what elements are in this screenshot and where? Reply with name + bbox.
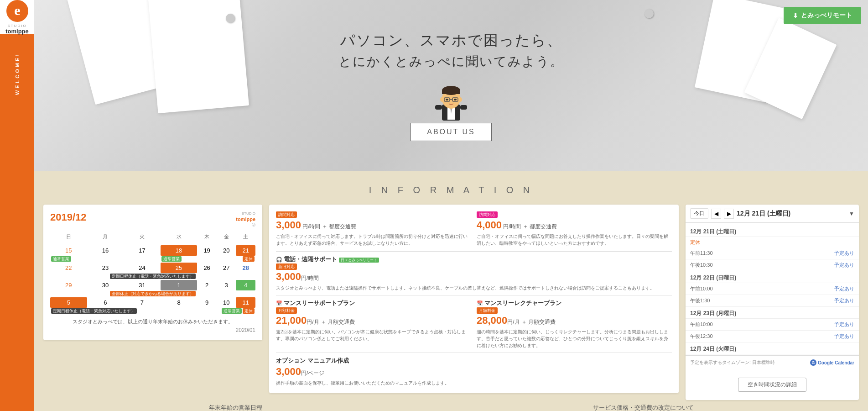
gcal-event-row: 午後10:30 予定あり [686,259,859,271]
unit-item5: 円/月 ＋ 月額交通費 [507,319,556,325]
gcal-event-name[interactable]: 予定あり [834,285,854,292]
gcal-header: 今日 ◀ ▶ 12月 21日 (土曜日) ▼ [686,205,859,223]
price-item4: 21,000 [276,315,307,326]
badge-item5: 月額料金 [477,307,498,314]
hero-line-2: とにかくとみっぺに聞いてみよう。 [338,53,564,70]
service-item-2: 訪問対応 4,000 円/時間 ＋ 都度交通費 ご自宅・オフィスに伺って幅広な問… [477,211,672,247]
gcal-event-row: 午後12:30 予定あり [686,331,859,342]
gcal-event-time: 午後1:30 [690,297,710,304]
gcal-event-row: 午前10:00 予定あり [686,319,859,331]
calendar-grid: 日 月 火 水 木 金 土 [50,232,255,315]
unit-item6: 円/ページ [301,370,324,376]
calendar-note: スタジオとみっぺでは、以上の通り年末年始のお休みをいただきます。 [50,318,255,325]
gcal-date-label: 12月 21日 (土曜日) [737,210,846,218]
gcal-event-row: 午前10:00 予定あり [686,283,859,295]
about-us-button[interactable]: ABOUT US [411,123,492,141]
remote-button[interactable]: ⬇ とみっぺリモート [784,7,861,24]
label-teiki: 定休 [243,256,255,262]
badge-item1: 訪問対応 [276,211,297,218]
gcal-event-name[interactable]: 予定あり [834,321,854,328]
remote-button-label: とみっぺリモート [801,11,852,20]
cal-cell-31: 31 [124,280,161,290]
calendar-logo: STUDIO tomippe ⓪ [236,211,255,227]
gcal-event-name[interactable]: 予定あり [834,250,854,257]
avatar-area: ABOUT US [411,79,492,141]
remote-badge-3: 日々とみっぺリモート [339,258,379,263]
service-caption: サービス価格・交通費の改定について [593,404,694,411]
gcal-next-button[interactable]: ▶ [724,209,734,219]
cal-cell-29: 29 [50,280,87,290]
cal-cell-25: 25 [161,263,198,273]
divider-2 [276,295,672,295]
cal-cell-26: 26 [197,263,217,273]
hero-text: パソコン、スマホで困ったら、 とにかくとみっぺに聞いてみよう。 [338,31,564,70]
cal-cell-19: 19 [197,245,217,256]
divider-1 [276,251,672,252]
unit-item2: 円/時間 ＋ 都度交通費 [503,223,557,230]
service-item-6: オプション マニュアル作成 3,000円/ページ 操作手順の書面を保存し、後輩用… [276,357,672,386]
svg-text:e: e [14,3,20,18]
cal-cell-2: 2 [197,280,217,290]
gcal-event-time: 午前11:30 [690,250,713,257]
cal-cell-21: 21 [236,245,255,256]
cal-header-sat: 土 [236,232,255,242]
gcal-event-name[interactable]: 予定あり [834,297,854,304]
cal-header-fri: 金 [217,232,236,242]
cal-cell-11: 11 [236,297,255,308]
cal-cell-27: 27 [217,263,236,273]
service-label-4: マンスリーサポートプラン [284,300,355,306]
calendar-year-month: 2019/12 [50,211,87,223]
info-section: I N F O R M A T I O N 2019/12 STUDIO tom… [34,171,868,411]
gcal-today-button[interactable]: 今日 [690,208,708,219]
google-g-icon: G [810,359,816,366]
gcal-day-header-1: 12月 21日 (土曜日) [686,225,859,237]
svg-point-13 [446,99,448,100]
cal-cell-4: 4 [236,280,255,290]
gcal-body[interactable]: 12月 21日 (土曜日) 定休 午前11:30 予定あり 午後10:30 予定… [686,223,859,355]
label-tsujo3: 通常営業 [222,308,242,314]
svg-point-14 [454,99,457,100]
badge-item2: 訪問対応 [477,211,498,218]
cal-cell-30: 30 [87,280,124,290]
gcal-prev-button[interactable]: ◀ [711,209,721,219]
avatar-icon [433,79,469,121]
cal-cell [50,242,87,245]
calendar-icon-5: 📅 [477,300,483,306]
label-teiki-kyukyu: 定期日程休止（電話・緊急対応いたします） [110,274,196,279]
label-zenbu: 全部休止（対応できかねる場合があります） [110,291,196,296]
hero-section: ⬇ とみっぺリモート パソコン、スマホで困ったら、 とにかくとみっぺに聞いてみよ… [34,0,868,171]
gcal-dropdown[interactable]: ▼ [849,211,854,217]
gcal-day-header-2: 12月 22日 (日曜日) [686,271,859,283]
service-label-6: オプション マニュアル作成 [276,357,349,364]
cal-header-tue: 火 [124,232,161,242]
gcal-logo[interactable]: G Google Calendar [810,359,854,366]
gcal-event-name[interactable]: 予定あり [834,333,854,340]
unit-item1: 円/時間 ＋ 都度交通費 [302,223,356,230]
service-label-3: 電話・遠隔サポート [284,256,337,263]
gcal-event-time: 午前10:00 [690,321,713,328]
price-item5: 28,000 [477,315,507,326]
cal-cell [161,242,198,245]
calendar-icon-4: 📅 [276,300,282,306]
label-tsujo: 通常営業 [51,256,71,262]
sidebar: e STUDIO tomippe WELCOME! [0,0,34,411]
cal-cell-7: 7 [124,297,161,308]
svg-rect-16 [460,105,467,110]
service-item-1: 訪問対応 3,000 円/時間 ＋ 都度交通費 ご自宅・オフィスに伺って対応しま… [276,211,471,247]
badge-item3: 新旧対応 [276,263,297,270]
detail-button[interactable]: 空き時間状況の詳細 [738,378,806,392]
desc-item1: ご自宅・オフィスに伺って対応します。トラブル時は問題箇所の切り分けと対応を迅速に… [276,233,471,247]
calendar-caption: 年末年始の営業日程 [209,404,262,411]
gcal-logo-label: Google Calendar [818,360,854,365]
hero-line-1: パソコン、スマホで困ったら、 [338,31,564,51]
download-icon: ⬇ [793,12,798,19]
cal-cell-1: 1 [161,280,198,290]
cal-cell-3: 3 [217,280,236,290]
gcal-footer: 予定を表示するタイムゾーン: 日本標準時 G Google Calendar [686,355,859,369]
gcal-widget: 今日 ◀ ▶ 12月 21日 (土曜日) ▼ 12月 21日 (土曜日) 定休 … [686,205,859,400]
cal-cell [217,242,236,245]
service-item-4: 📅マンスリーサポートプラン 月額料金 21,000円/月 ＋ 月額交通費 週2回… [276,299,471,349]
gcal-event-name[interactable]: 予定あり [834,262,854,269]
cal-header-thu: 木 [197,232,217,242]
desc-item4: 週2回を基本に定期的に伺い、パソコンが常に健康な状態をキープできるよう点検・対応… [276,328,471,342]
